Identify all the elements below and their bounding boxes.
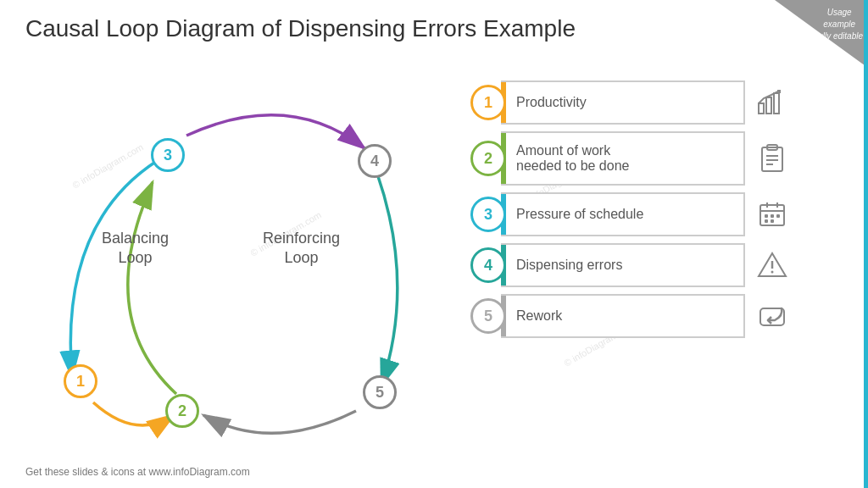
diagram-node-2: 2 — [165, 394, 199, 428]
list-bar-5: Rework — [501, 294, 745, 338]
svg-rect-22 — [771, 219, 774, 223]
list-item-4: 4 Dispensing errors — [470, 243, 793, 287]
footer: Get these slides & icons at www.infoDiag… — [25, 466, 250, 478]
reinforcing-loop-label: ReinforcingLoop — [263, 229, 340, 269]
svg-point-25 — [771, 271, 774, 274]
clipboard-icon — [752, 138, 793, 179]
list-bar-1: Productivity — [501, 80, 745, 125]
usage-badge-text: Usageexamplefully editable — [815, 7, 863, 42]
right-border-accent — [864, 0, 868, 488]
balancing-loop-label: BalancingLoop — [102, 229, 169, 269]
list-label-5: Rework — [516, 308, 562, 324]
svg-rect-20 — [776, 214, 780, 218]
list-label-2: Amount of workneeded to be done — [516, 143, 629, 174]
page-title: Causal Loop Diagram of Dispensing Errors… — [25, 15, 576, 42]
chart-icon — [752, 82, 793, 123]
list-bar-4: Dispensing errors — [501, 243, 745, 287]
usage-badge: Usageexamplefully editable — [775, 0, 868, 68]
svg-rect-7 — [766, 97, 771, 114]
diagram-node-5: 5 — [363, 375, 397, 409]
list-circle-4: 4 — [470, 247, 506, 283]
list-bar-2: Amount of workneeded to be done — [501, 131, 745, 186]
list-label-3: Pressure of schedule — [516, 207, 643, 222]
svg-rect-18 — [765, 214, 768, 218]
svg-rect-21 — [765, 219, 768, 223]
warning-icon — [752, 245, 793, 286]
return-icon — [752, 296, 793, 336]
diagram-area: BalancingLoop ReinforcingLoop 1 2 3 4 5 — [25, 64, 466, 453]
list-circle-3: 3 — [470, 197, 506, 232]
list-circle-2: 2 — [470, 141, 506, 176]
list-item-5: 5 Rework — [470, 294, 793, 338]
list-circle-5: 5 — [470, 298, 506, 334]
list-item-3: 3 Pressure of schedule — [470, 192, 793, 236]
list-item-2: 2 Amount of workneeded to be done — [470, 131, 793, 186]
svg-rect-6 — [759, 103, 764, 114]
calendar-icon — [752, 194, 793, 235]
diagram-node-1: 1 — [64, 364, 97, 398]
diagram-node-3: 3 — [151, 138, 185, 172]
diagram-node-4: 4 — [358, 144, 392, 178]
diagram-svg — [25, 64, 466, 453]
svg-rect-19 — [771, 214, 774, 218]
list-label-4: Dispensing errors — [516, 258, 622, 273]
right-panel: 1 Productivity 2 Amount of workneeded to… — [470, 80, 793, 345]
list-label-1: Productivity — [516, 95, 587, 110]
list-bar-3: Pressure of schedule — [501, 192, 745, 236]
svg-rect-8 — [774, 93, 779, 114]
list-circle-1: 1 — [470, 85, 506, 120]
list-item-1: 1 Productivity — [470, 80, 793, 125]
